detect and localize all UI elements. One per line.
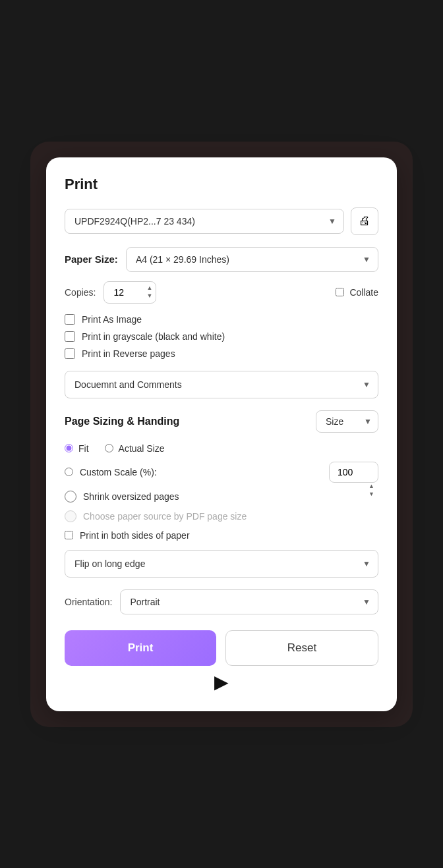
grayscale-row: Print in grayscale (black and white) <box>65 331 378 342</box>
copies-label: Copies: <box>65 287 96 298</box>
printer-select[interactable]: UPDF2924Q(HP2...7 23 434) <box>65 209 344 234</box>
orientation-select-wrapper: Portrait Landscape Auto ▼ <box>120 589 378 614</box>
paper-size-select[interactable]: A4 (21 × 29.69 Inches) Letter Legal <box>126 247 378 272</box>
bottom-buttons: Print Reset <box>65 630 378 666</box>
copies-spin-buttons: ▲ ▼ <box>146 285 154 300</box>
both-sides-checkbox[interactable] <box>65 531 73 539</box>
paper-size-label: Paper Size: <box>65 254 118 265</box>
document-comments-wrapper: Docuemnt and Comments Document Only Comm… <box>65 371 378 398</box>
paper-source-label: Choose paper source by PDF page size <box>83 511 247 522</box>
custom-scale-radio[interactable] <box>65 468 73 476</box>
cursor-icon: ▶ <box>214 671 229 693</box>
reverse-pages-label: Print in Reverse pages <box>82 348 175 359</box>
paper-size-select-wrapper: A4 (21 × 29.69 Inches) Letter Legal ▼ <box>126 247 378 272</box>
reset-button[interactable]: Reset <box>225 630 378 666</box>
grayscale-checkbox[interactable] <box>65 331 75 342</box>
orientation-row: Orientation: Portrait Landscape Auto ▼ <box>65 589 378 614</box>
custom-scale-label: Custom Scale (%): <box>80 467 157 477</box>
document-comments-select[interactable]: Docuemnt and Comments Document Only Comm… <box>65 371 378 398</box>
custom-scale-input-wrapper: ▲ ▼ <box>329 462 378 483</box>
scale-decrement[interactable]: ▼ <box>367 491 376 498</box>
copies-increment[interactable]: ▲ <box>146 285 154 292</box>
fit-option: Fit <box>65 443 89 454</box>
copies-input-wrapper: 12 ▲ ▼ <box>103 281 156 304</box>
print-as-image-row: Print As Image <box>65 314 378 325</box>
flip-edge-wrapper: Flip on long edge Flip on short edge ▼ <box>65 550 378 578</box>
shrink-row: Shrink oversized pages <box>65 491 378 502</box>
grayscale-label: Print in grayscale (black and white) <box>82 331 225 342</box>
printer-icon: 🖨 <box>359 214 370 228</box>
custom-scale-row: Custom Scale (%): ▲ ▼ <box>65 462 378 483</box>
both-sides-label: Print in both sides of paper <box>80 530 190 541</box>
fit-label: Fit <box>78 443 89 454</box>
both-sides-row: Print in both sides of paper <box>65 530 378 541</box>
printer-select-wrapper: UPDF2924Q(HP2...7 23 434) ▼ <box>65 209 344 234</box>
cursor-area: ▶ <box>65 671 378 693</box>
scale-increment[interactable]: ▲ <box>367 483 376 490</box>
paper-source-radio[interactable] <box>65 510 76 522</box>
copies-row: Copies: 12 ▲ ▼ Collate <box>65 281 378 304</box>
orientation-select[interactable]: Portrait Landscape Auto <box>120 589 378 614</box>
custom-scale-input[interactable] <box>329 462 378 483</box>
print-button[interactable]: Print <box>65 630 216 666</box>
print-as-image-checkbox[interactable] <box>65 314 75 325</box>
reverse-pages-checkbox[interactable] <box>65 348 75 359</box>
actual-size-option: Actual Size <box>105 443 165 454</box>
fit-radio[interactable] <box>65 444 73 452</box>
collate-label: Collate <box>349 287 378 298</box>
shrink-radio[interactable] <box>65 491 76 502</box>
printer-icon-button[interactable]: 🖨 <box>351 207 378 235</box>
page-sizing-header: Page Sizing & Handing Size Multiple Book… <box>65 410 378 433</box>
custom-scale-spin-buttons: ▲ ▼ <box>367 483 376 498</box>
fit-actual-row: Fit Actual Size <box>65 443 378 454</box>
size-select[interactable]: Size Multiple Booklet <box>316 410 378 433</box>
actual-size-label: Actual Size <box>119 443 165 454</box>
flip-edge-select[interactable]: Flip on long edge Flip on short edge <box>65 550 378 578</box>
printer-row: UPDF2924Q(HP2...7 23 434) ▼ 🖨 <box>65 207 378 235</box>
shrink-label: Shrink oversized pages <box>83 491 179 502</box>
outer-container: Print UPDF2924Q(HP2...7 23 434) ▼ 🖨 Pape… <box>30 142 413 727</box>
collate-checkbox[interactable] <box>336 288 344 296</box>
size-select-wrapper: Size Multiple Booklet ▼ <box>316 410 378 433</box>
collate-row: Collate <box>336 287 378 298</box>
copies-decrement[interactable]: ▼ <box>146 292 154 300</box>
reverse-pages-row: Print in Reverse pages <box>65 348 378 359</box>
actual-size-radio[interactable] <box>105 444 113 452</box>
page-sizing-title: Page Sizing & Handing <box>65 416 179 427</box>
paper-size-row: Paper Size: A4 (21 × 29.69 Inches) Lette… <box>65 247 378 272</box>
orientation-label: Orientation: <box>65 597 112 607</box>
paper-source-row: Choose paper source by PDF page size <box>65 510 378 522</box>
print-as-image-label: Print As Image <box>82 314 142 325</box>
print-dialog: Print UPDF2924Q(HP2...7 23 434) ▼ 🖨 Pape… <box>46 157 397 711</box>
dialog-title: Print <box>65 176 378 193</box>
